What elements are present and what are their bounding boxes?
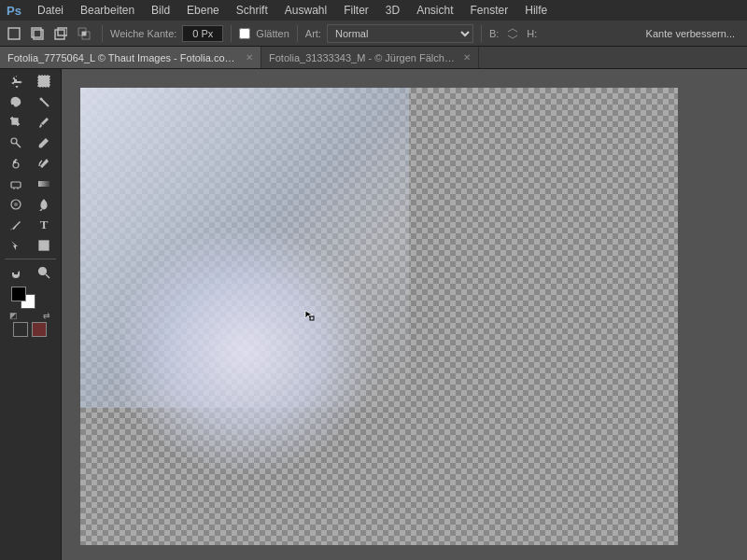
b-label: B: (489, 28, 499, 39)
zoom-tool[interactable] (30, 262, 58, 283)
add-selection-button[interactable] (27, 23, 48, 44)
magic-wand-tool[interactable] (30, 91, 58, 112)
separator-4 (481, 25, 482, 42)
new-selection-button[interactable] (4, 23, 24, 44)
foreground-color-swatch[interactable] (11, 287, 26, 301)
menu-auswahl[interactable]: Auswahl (277, 2, 334, 19)
menu-datei[interactable]: Datei (30, 2, 71, 19)
weiche-kante-input[interactable] (182, 25, 223, 42)
history-brush-tool[interactable] (30, 153, 58, 174)
tab-0-label: Fotolia_7775064_L © Thaut Images - Fotol… (7, 52, 238, 63)
eyedropper-tool[interactable] (30, 112, 58, 133)
text-tool[interactable]: T (30, 215, 58, 235)
menu-3d[interactable]: 3D (378, 2, 407, 19)
tab-1-label: Fotolia_31333343_M - © Jürgen Fälchle - … (269, 52, 456, 63)
art-select[interactable]: Normal Hinzufügen zum Bereich Vom Bereic… (327, 24, 473, 43)
menu-filter[interactable]: Filter (336, 2, 376, 19)
menu-bearbeiten[interactable]: Bearbeiten (73, 2, 142, 19)
menu-bild[interactable]: Bild (144, 2, 177, 19)
swap-colors-icon[interactable]: ⇄ (43, 311, 50, 320)
svg-rect-8 (38, 76, 49, 87)
separator-2 (231, 25, 232, 42)
text-tool-label: T (40, 217, 49, 232)
image-overlay (80, 88, 678, 545)
svg-rect-3 (55, 30, 64, 39)
dodge-tool[interactable] (30, 194, 58, 215)
gradient-tool[interactable] (30, 174, 58, 194)
menu-fenster[interactable]: Fenster (463, 2, 516, 19)
svg-rect-14 (38, 181, 49, 187)
separator-3 (297, 25, 298, 42)
standard-mode-button[interactable] (13, 322, 28, 337)
glatten-label: Glätten (256, 28, 289, 39)
svg-point-16 (14, 203, 18, 206)
selection-shape-group (4, 23, 94, 44)
menu-schrift[interactable]: Schrift (229, 2, 275, 19)
intersect-selection-button[interactable] (74, 23, 94, 44)
canvas-area[interactable] (62, 69, 747, 560)
tool-separator (5, 259, 56, 259)
tab-0[interactable]: Fotolia_7775064_L © Thaut Images - Fotol… (0, 47, 261, 68)
hand-tool[interactable] (2, 262, 30, 283)
quick-mask-button[interactable] (32, 322, 47, 337)
lasso-tool[interactable] (2, 91, 30, 112)
eraser-tool[interactable] (2, 174, 30, 194)
svg-rect-17 (39, 241, 49, 250)
default-colors-icon[interactable]: ◩ (9, 311, 18, 320)
svg-point-10 (40, 98, 41, 99)
crop-tool[interactable] (2, 112, 30, 133)
svg-rect-4 (58, 28, 67, 35)
toolbar: T ⇄ ◩ (0, 69, 62, 560)
blur-tool[interactable] (2, 194, 30, 215)
shape-tool[interactable] (30, 235, 58, 256)
menu-ansicht[interactable]: Ansicht (409, 2, 460, 19)
svg-rect-0 (8, 28, 20, 39)
menu-bar: Ps Datei Bearbeiten Bild Ebene Schrift A… (0, 0, 747, 21)
tab-bar: Fotolia_7775064_L © Thaut Images - Fotol… (0, 47, 747, 69)
tab-0-close[interactable]: ✕ (246, 52, 253, 63)
move-tool[interactable] (2, 71, 30, 91)
swap-icon (506, 27, 519, 40)
main-layout: T ⇄ ◩ (0, 69, 747, 560)
marquee-tool[interactable] (30, 71, 58, 91)
spot-heal-tool[interactable] (2, 133, 30, 153)
svg-rect-7 (82, 32, 86, 35)
mode-buttons (2, 320, 58, 339)
pen-tool[interactable] (2, 215, 30, 235)
canvas-wrapper (80, 88, 678, 545)
kante-verbessern-button[interactable]: Kante verbessern... (638, 23, 743, 44)
tab-1[interactable]: Fotolia_31333343_M - © Jürgen Fälchle - … (261, 47, 479, 68)
art-label: Art: (305, 28, 321, 39)
separator-1 (102, 25, 103, 42)
subtract-selection-button[interactable] (50, 23, 71, 44)
image-glow-layer (110, 225, 379, 477)
path-selection-tool[interactable] (2, 235, 30, 256)
tab-1-close[interactable]: ✕ (463, 52, 471, 63)
options-bar: Weiche Kante: Glätten Art: Normal Hinzuf… (0, 21, 747, 47)
app-logo: Ps (4, 0, 24, 21)
clone-tool[interactable] (2, 153, 30, 174)
glatten-checkbox[interactable] (239, 28, 250, 39)
h-label: H: (527, 28, 537, 39)
menu-ebene[interactable]: Ebene (179, 2, 227, 19)
weiche-kante-label: Weiche Kante: (110, 28, 176, 39)
color-swatches-area: ⇄ ◩ (2, 287, 58, 320)
brush-tool[interactable] (30, 133, 58, 153)
menu-hilfe[interactable]: Hilfe (517, 2, 555, 19)
svg-rect-13 (11, 182, 21, 188)
